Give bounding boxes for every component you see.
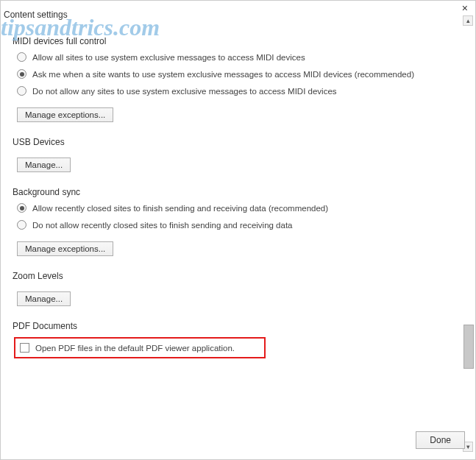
radio-icon [17, 52, 26, 62]
radio-label: Ask me when a site wants to use system e… [32, 70, 414, 79]
close-icon[interactable]: × [462, 2, 468, 14]
checkbox-pdf-default-viewer[interactable]: Open PDF files in the default PDF viewer… [20, 343, 235, 353]
dialog-frame: × ▴ ▾ Content settings tipsandtrics.com … [0, 0, 476, 460]
section-heading-midi: MIDI devices full control [13, 36, 462, 46]
scroll-thumb[interactable] [463, 325, 474, 369]
radio-icon [17, 220, 26, 230]
content-area: Content settings tipsandtrics.com MIDI d… [1, 8, 462, 415]
highlight-box: Open PDF files in the default PDF viewer… [14, 337, 266, 358]
scroll-up-icon[interactable]: ▴ [463, 15, 473, 26]
done-button[interactable]: Done [416, 431, 465, 449]
section-heading-zoom: Zoom Levels [13, 271, 462, 281]
radio-icon [17, 86, 26, 96]
section-pdf: PDF Documents Open PDF files in the defa… [13, 321, 462, 358]
dialog-title: Content settings [1, 8, 462, 26]
radio-icon [17, 203, 26, 213]
section-heading-pdf: PDF Documents [13, 321, 462, 331]
manage-zoom-button[interactable]: Manage... [17, 291, 71, 306]
manage-exceptions-midi-button[interactable]: Manage exceptions... [17, 107, 113, 122]
section-midi: MIDI devices full control Allow all site… [13, 36, 462, 124]
radio-label: Do not allow recently closed sites to fi… [32, 221, 293, 230]
radio-icon [17, 69, 26, 79]
manage-usb-button[interactable]: Manage... [17, 158, 71, 172]
radio-midi-block[interactable]: Do not allow any sites to use system exc… [17, 86, 462, 96]
section-usb: USB Devices Manage... [13, 137, 462, 174]
checkbox-icon [20, 343, 29, 353]
section-heading-bgsync: Background sync [13, 187, 462, 197]
section-heading-usb: USB Devices [13, 137, 462, 147]
checkbox-label: Open PDF files in the default PDF viewer… [35, 344, 235, 353]
radio-bgsync-allow[interactable]: Allow recently closed sites to finish se… [17, 203, 462, 213]
section-zoom: Zoom Levels Manage... [13, 271, 462, 308]
scrollbar[interactable]: ▴ ▾ [463, 15, 474, 452]
radio-midi-ask[interactable]: Ask me when a site wants to use system e… [17, 69, 462, 79]
radio-midi-allow-all[interactable]: Allow all sites to use system exclusive … [17, 52, 462, 62]
radio-label: Allow recently closed sites to finish se… [32, 204, 328, 213]
radio-label: Do not allow any sites to use system exc… [32, 87, 337, 96]
radio-bgsync-block[interactable]: Do not allow recently closed sites to fi… [17, 220, 462, 230]
radio-label: Allow all sites to use system exclusive … [32, 53, 305, 62]
manage-exceptions-bgsync-button[interactable]: Manage exceptions... [17, 241, 113, 256]
section-bgsync: Background sync Allow recently closed si… [13, 187, 462, 258]
